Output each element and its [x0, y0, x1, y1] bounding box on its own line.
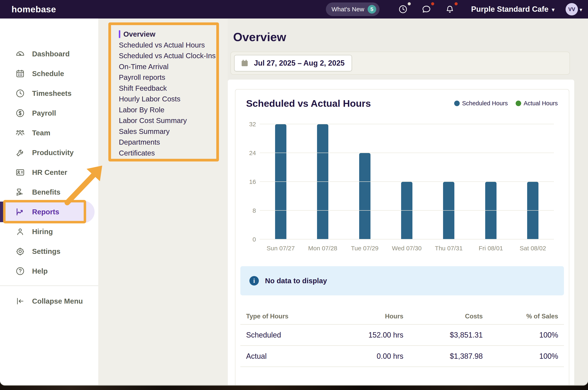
- submenu-item-certificates[interactable]: Certificates: [119, 148, 214, 159]
- bar-scheduled-hours-sun-07-27[interactable]: [275, 124, 286, 240]
- bar-scheduled-hours-mon-07-28[interactable]: [317, 124, 328, 240]
- y-tick-label: 24: [249, 149, 256, 156]
- sidebar-item-label: Hiring: [32, 228, 53, 236]
- homebase-logo: homebase: [11, 4, 56, 14]
- wrench-icon: [15, 148, 25, 157]
- sidebar-item-label: Team: [32, 129, 50, 137]
- chevron-down-icon: ▾: [580, 6, 582, 13]
- sidebar-item-hr-center[interactable]: HR Center: [0, 162, 98, 182]
- submenu-item-scheduled-vs-actual-hours[interactable]: Scheduled vs Actual Hours: [119, 40, 214, 50]
- top-nav: homebase What's New 5 Purple Standard Ca…: [0, 0, 588, 18]
- sidebar-item-label: Benefits: [32, 188, 60, 196]
- x-tick-label: Tue 07/29: [344, 245, 386, 252]
- gauge-icon: [15, 49, 25, 59]
- bar-scheduled-hours-sat-08-02[interactable]: [527, 182, 539, 240]
- submenu-item-hourly-labor-costs[interactable]: Hourly Labor Costs: [119, 94, 214, 104]
- date-range-picker[interactable]: Jul 27, 2025 – Aug 2, 2025: [234, 55, 352, 71]
- id-card-icon: [15, 167, 25, 177]
- legend-item-actual-hours: Actual Hours: [516, 100, 558, 107]
- y-tick-label: 8: [252, 207, 256, 214]
- annotation-box-submenu: OverviewScheduled vs Actual HoursSchedul…: [108, 22, 219, 161]
- submenu-item-labor-by-role[interactable]: Labor By Role: [119, 104, 214, 115]
- submenu-item-labor-cost-summary[interactable]: Labor Cost Summary: [119, 115, 214, 126]
- gridline: [260, 181, 554, 182]
- sidebar: DashboardScheduleTimesheetsPayrollTeamPr…: [0, 18, 98, 386]
- bar-scheduled-hours-thu-07-31[interactable]: [443, 182, 454, 240]
- sidebar-item-benefits[interactable]: Benefits: [0, 182, 98, 202]
- main-content: Overview Jul 27, 2025 – Aug 2, 2025 Sche…: [228, 18, 588, 386]
- no-data-banner-text: No data to display: [265, 277, 327, 285]
- bar-group-sun-07-27: [260, 124, 302, 240]
- hand-heart-icon: [15, 187, 25, 197]
- company-name: Purple Standard Cafe: [471, 5, 548, 14]
- no-data-banner: i No data to display: [240, 266, 564, 295]
- submenu-item-on-time-arrival[interactable]: On-Time Arrival: [119, 61, 214, 72]
- submenu-item-label: Payroll reports: [119, 73, 165, 81]
- table-cell: Actual: [246, 352, 329, 361]
- sidebar-item-label: Reports: [32, 208, 59, 216]
- sidebar-item-schedule[interactable]: Schedule: [0, 64, 98, 84]
- chat-icon[interactable]: [421, 4, 432, 15]
- report-panel: Scheduled vs Actual Hours Scheduled Hour…: [228, 80, 574, 386]
- table-row-actual: Actual0.00 hrs$1,387.98100%: [240, 345, 564, 367]
- sidebar-item-reports[interactable]: Reports: [0, 202, 98, 222]
- bar-scheduled-hours-fri-08-01[interactable]: [485, 182, 497, 240]
- user-menu[interactable]: VV ▾: [566, 3, 582, 15]
- sidebar-divider: [0, 286, 98, 286]
- sidebar-item-payroll[interactable]: Payroll: [0, 103, 98, 123]
- table-cell: 100%: [483, 331, 558, 340]
- table-cell: 100%: [483, 352, 558, 361]
- table-cell: 152.00 hrs: [329, 331, 403, 340]
- submenu-item-label: Certificates: [119, 149, 155, 157]
- sidebar-item-dashboard[interactable]: Dashboard: [0, 44, 98, 64]
- table-cell: $1,387.98: [403, 352, 483, 361]
- legend-item-scheduled-hours: Scheduled Hours: [454, 100, 508, 107]
- submenu-item-scheduled-vs-actual-clock-ins[interactable]: Scheduled vs Actual Clock-Ins: [119, 50, 214, 61]
- collapse-menu-button[interactable]: Collapse Menu: [0, 291, 98, 311]
- top-nav-right: What's New 5 Purple Standard Cafe ▾ VV ▾: [326, 2, 583, 16]
- submenu-item-departments[interactable]: Departments: [119, 137, 214, 148]
- team-icon: [15, 128, 25, 138]
- submenu-item-overview[interactable]: Overview: [119, 29, 214, 40]
- active-indicator-bar: [119, 30, 120, 38]
- sidebar-item-settings[interactable]: Settings: [0, 242, 98, 261]
- submenu-item-label: Departments: [119, 138, 160, 146]
- y-tick-label: 0: [252, 236, 256, 243]
- legend-label: Scheduled Hours: [462, 100, 508, 107]
- whats-new-button[interactable]: What's New 5: [326, 2, 379, 16]
- table-header-row: Type of HoursHoursCosts% of Sales: [240, 309, 564, 324]
- bar-scheduled-hours-wed-07-30[interactable]: [401, 182, 412, 240]
- sidebar-item-help[interactable]: Help: [0, 261, 98, 281]
- date-range-value: Jul 27, 2025 – Aug 2, 2025: [254, 59, 345, 67]
- bar-chart: 08162432 Sun 07/27Mon 07/28Tue 07/29Wed …: [240, 124, 564, 252]
- bar-group-thu-07-31: [428, 124, 470, 240]
- bar-group-sat-08-02: [512, 124, 554, 240]
- sidebar-item-hiring[interactable]: Hiring: [0, 222, 98, 242]
- hours-summary-table: Type of HoursHoursCosts% of Sales Schedu…: [240, 309, 564, 367]
- calendar-icon: [240, 59, 249, 67]
- plot-area: [260, 124, 554, 240]
- chart-line-icon: [15, 207, 25, 217]
- submenu-item-shift-feedback[interactable]: Shift Feedback: [119, 83, 214, 94]
- company-selector[interactable]: Purple Standard Cafe ▾: [471, 5, 554, 14]
- sidebar-item-team[interactable]: Team: [0, 123, 98, 143]
- sidebar-item-productivity[interactable]: Productivity: [0, 143, 98, 162]
- sidebar-item-label: HR Center: [32, 168, 67, 177]
- submenu-item-sales-summary[interactable]: Sales Summary: [119, 126, 214, 137]
- calendar-icon: [15, 69, 25, 79]
- bell-icon[interactable]: [445, 4, 455, 15]
- bar-group-wed-07-30: [386, 124, 428, 240]
- x-tick-label: Fri 08/01: [470, 245, 512, 252]
- notification-dot: [454, 2, 458, 5]
- sidebar-item-timesheets[interactable]: Timesheets: [0, 84, 98, 103]
- dollar-icon: [15, 108, 25, 118]
- collapse-menu-label: Collapse Menu: [32, 297, 83, 305]
- collapse-icon: [15, 296, 25, 306]
- submenu-item-payroll-reports[interactable]: Payroll reports: [119, 72, 214, 83]
- clock-icon[interactable]: [398, 4, 408, 15]
- page-title: Overview: [233, 30, 588, 44]
- gridline: [260, 239, 554, 240]
- bar-scheduled-hours-tue-07-29[interactable]: [359, 153, 370, 240]
- bar-group-tue-07-29: [344, 124, 386, 240]
- person-icon: [15, 227, 25, 237]
